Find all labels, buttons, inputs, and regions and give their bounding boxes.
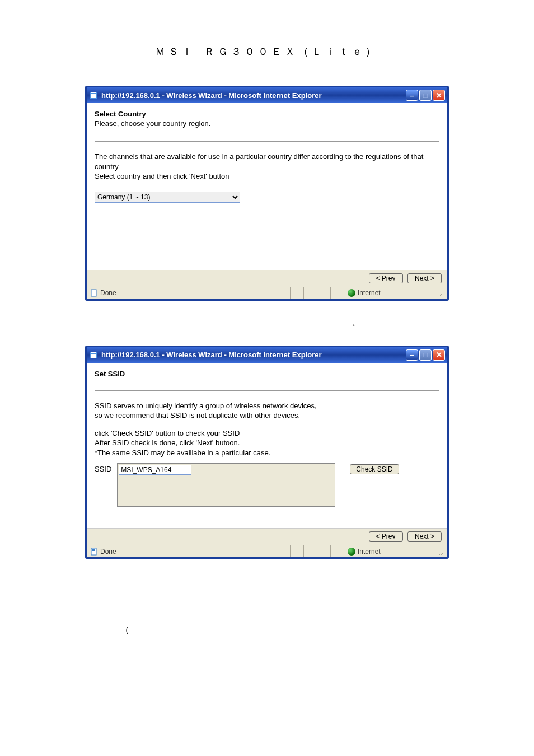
ssid-label: SSID [95, 463, 111, 473]
statusbar: Done Internet [87, 545, 447, 557]
page-icon [90, 548, 98, 556]
ie-icon [89, 91, 98, 100]
resize-grip-icon[interactable] [434, 547, 443, 556]
svg-rect-3 [91, 290, 96, 296]
close-button[interactable]: ✕ [433, 90, 445, 101]
titlebar[interactable]: http://192.168.0.1 - Wireless Wizard - M… [87, 87, 447, 103]
close-button[interactable]: ✕ [433, 349, 445, 361]
section-heading: Select Country [95, 110, 439, 118]
zone-text: Internet [358, 289, 381, 297]
svg-rect-2 [91, 93, 96, 94]
window-controls: – □ ✕ [406, 349, 445, 361]
window-title: http://192.168.0.1 - Wireless Wizard - M… [101, 351, 406, 359]
ssid-inst-2: After SSID check is done, click 'Next' b… [95, 438, 439, 448]
ssid-inst-1: click 'Check SSID' button to check your … [95, 428, 439, 438]
prev-button[interactable]: < Prev [369, 531, 403, 542]
internet-zone-icon [348, 548, 355, 556]
minimize-button[interactable]: – [406, 90, 418, 101]
regulations-text: The channels that are available for use … [95, 152, 439, 171]
ssid-desc-2: so we recommend that SSID is not duplica… [95, 410, 439, 421]
ssid-input[interactable] [119, 465, 191, 475]
content-area: Set SSID SSID serves to uniquely identif… [87, 363, 447, 529]
ssid-desc-1: SSID serves to uniquely identify a group… [95, 401, 439, 411]
minimize-button[interactable]: – [406, 349, 418, 361]
ssid-result-box [117, 463, 335, 507]
maximize-button[interactable]: □ [419, 349, 432, 361]
window-controls: – □ ✕ [406, 90, 445, 101]
check-ssid-button[interactable]: Check SSID [350, 464, 399, 474]
window-set-ssid: http://192.168.0.1 - Wireless Wizard - M… [85, 346, 449, 559]
svg-rect-9 [91, 548, 96, 555]
svg-rect-10 [92, 549, 95, 550]
window-title: http://192.168.0.1 - Wireless Wizard - M… [101, 91, 406, 100]
svg-rect-11 [92, 550, 95, 551]
resize-grip-icon[interactable] [434, 288, 443, 297]
country-select[interactable]: Germany (1 ~ 13) [95, 192, 240, 203]
statusbar: Done Internet [87, 287, 447, 299]
prev-button[interactable]: < Prev [369, 273, 403, 283]
internet-zone-icon [348, 289, 355, 297]
window-select-country: http://192.168.0.1 - Wireless Wizard - M… [85, 86, 449, 301]
wizard-buttons: < Prev Next > [87, 270, 447, 287]
stray-mark: ‘ [353, 323, 355, 332]
next-button[interactable]: Next > [407, 273, 442, 283]
section-subtext: Please, choose your country region. [95, 119, 439, 128]
status-text: Done [100, 289, 116, 297]
svg-rect-4 [92, 291, 95, 291]
svg-rect-8 [91, 353, 96, 354]
svg-rect-5 [92, 292, 95, 292]
zone-text: Internet [358, 548, 381, 556]
wizard-buttons: < Prev Next > [87, 528, 447, 545]
stray-paren: （ [120, 624, 129, 636]
page-title: ＭＳＩ ＲＧ３００ＥＸ（Ｌｉｔｅ） [50, 0, 484, 63]
instruction-text: Select country and then click 'Next' but… [95, 171, 439, 181]
ie-icon [89, 351, 98, 360]
section-heading: Set SSID [95, 370, 439, 378]
page-icon [90, 289, 98, 297]
ssid-note: *The same SSID may be availiabe in a par… [95, 448, 439, 458]
status-text: Done [100, 548, 116, 556]
content-area: Select Country Please, choose your count… [87, 103, 447, 270]
titlebar[interactable]: http://192.168.0.1 - Wireless Wizard - M… [87, 347, 447, 363]
next-button[interactable]: Next > [407, 531, 442, 542]
maximize-button[interactable]: □ [419, 90, 432, 101]
